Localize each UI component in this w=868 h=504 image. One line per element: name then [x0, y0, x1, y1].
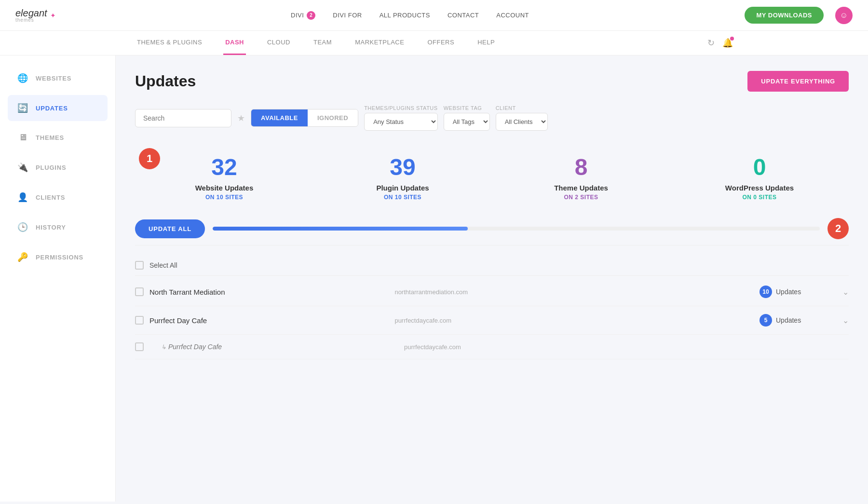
history-icon: 🕒	[17, 222, 28, 232]
table-row: North Tarrant Mediation northtarrantmedi…	[135, 278, 849, 306]
plugins-icon: 🔌	[17, 162, 28, 173]
tab-ignored[interactable]: IGNORED	[308, 109, 358, 126]
nav-divi[interactable]: DIVI 2	[291, 11, 315, 20]
stat-theme-updates: 8 Theme Updates ON 2 SITES	[492, 144, 670, 208]
updates-badge-1: 5	[760, 314, 772, 327]
updates-icon: 🔄	[17, 103, 28, 113]
client-filter: CLIENT All Clients	[496, 105, 548, 131]
row-checkbox-0[interactable]	[135, 287, 144, 296]
nav-divi-for[interactable]: DIVI FOR	[333, 12, 362, 19]
update-bar-row: UPDATE ALL 2	[135, 218, 849, 245]
tab-cloud[interactable]: CLOUD	[265, 31, 292, 55]
website-updates-label: Website Updates	[143, 184, 306, 192]
my-downloads-button[interactable]: MY DOWNLOADS	[745, 7, 824, 24]
notification-icon[interactable]: 🔔	[722, 38, 733, 48]
sidebar-label-themes: THEMES	[36, 134, 64, 141]
sidebar-item-plugins[interactable]: 🔌 PLUGINS	[8, 154, 108, 180]
progress-bar-track	[213, 227, 820, 231]
tab-dash[interactable]: DASH	[223, 31, 246, 55]
logo-name: elegant	[15, 8, 47, 18]
filters-bar: ★ AVAILABLE IGNORED THEMES/PLUGINS STATU…	[135, 105, 849, 131]
tab-offers[interactable]: OFFERS	[425, 31, 456, 55]
chevron-down-icon-1[interactable]: ⌄	[842, 316, 849, 325]
wordpress-updates-label: WordPress Updates	[678, 184, 841, 192]
avatar[interactable]: ☺	[835, 7, 853, 24]
client-select[interactable]: All Clients	[496, 113, 548, 131]
layout: 🌐 WEBSITES 🔄 UPDATES 🖥 THEMES 🔌 PLUGINS …	[0, 55, 868, 502]
permissions-icon: 🔑	[17, 252, 28, 262]
search-input[interactable]	[135, 109, 231, 127]
stat-website-updates: 1 32 Website Updates ON 10 SITES	[135, 144, 313, 208]
tab-available[interactable]: AVAILABLE	[251, 109, 308, 126]
sidebar-item-websites[interactable]: 🌐 WEBSITES	[8, 65, 108, 91]
sub-client-domain: purrfectdaycafe.com	[404, 343, 760, 351]
select-all-row: Select All	[135, 255, 849, 276]
sub-client-name: ↳ Purrfect Day Cafe	[149, 343, 398, 351]
website-tag-filter: WEBSITE TAG All Tags	[444, 105, 490, 131]
nav-all-products[interactable]: ALL PRODUCTS	[380, 12, 430, 19]
tab-help[interactable]: HELP	[475, 31, 497, 55]
themes-plugins-status-label: THEMES/PLUGINS STATUS	[364, 105, 438, 111]
sub-nav-right: ↻ 🔔	[707, 38, 733, 48]
select-all-checkbox[interactable]	[135, 261, 144, 270]
updates-text-0: Updates	[776, 288, 801, 296]
sidebar-label-websites: WEBSITES	[36, 75, 71, 82]
sidebar-item-updates[interactable]: 🔄 UPDATES	[8, 95, 108, 121]
theme-updates-number: 8	[500, 156, 663, 179]
refresh-icon[interactable]: ↻	[707, 38, 715, 48]
website-updates-number: 32	[143, 156, 306, 179]
wordpress-updates-number: 0	[678, 156, 841, 179]
client-domain-1: purrfectdaycafe.com	[394, 317, 754, 324]
update-everything-button[interactable]: UPDATE EVERYTHING	[747, 71, 849, 92]
client-name-0: North Tarrant Mediation	[149, 288, 389, 296]
themes-plugins-status-select[interactable]: Any Status	[364, 113, 438, 131]
website-tag-label: WEBSITE TAG	[444, 105, 490, 111]
updates-text-1: Updates	[776, 316, 801, 324]
plugin-updates-sub: ON 10 SITES	[321, 194, 484, 201]
row-checkbox-1[interactable]	[135, 316, 144, 325]
nav-account[interactable]: ACCOUNT	[496, 12, 529, 19]
table-row: ↳ Purrfect Day Cafe purrfectdaycafe.com	[135, 335, 849, 359]
stat-wordpress-updates: 0 WordPress Updates ON 0 SITES	[670, 144, 849, 208]
clients-icon: 👤	[17, 192, 28, 203]
sidebar-label-history: HISTORY	[36, 224, 66, 231]
main-content: Updates UPDATE EVERYTHING ★ AVAILABLE IG…	[116, 55, 868, 502]
nav-divi-label: DIVI	[291, 12, 304, 19]
sub-nav: THEMES & PLUGINS DASH CLOUD TEAM MARKETP…	[0, 31, 868, 55]
nav-contact[interactable]: CONTACT	[448, 12, 479, 19]
table-row: Purrfect Day Cafe purrfectdaycafe.com 5 …	[135, 306, 849, 335]
sidebar-item-clients[interactable]: 👤 CLIENTS	[8, 184, 108, 210]
sidebar-item-permissions[interactable]: 🔑 PERMISSIONS	[8, 244, 108, 270]
update-all-button[interactable]: UPDATE ALL	[135, 219, 205, 238]
sidebar-item-themes[interactable]: 🖥 THEMES	[8, 125, 108, 150]
client-list: North Tarrant Mediation northtarrantmedi…	[135, 278, 849, 359]
tab-themes-plugins[interactable]: THEMES & PLUGINS	[135, 31, 204, 55]
top-nav-links: DIVI 2 DIVI FOR ALL PRODUCTS CONTACT ACC…	[75, 11, 745, 20]
nav-divi-for-label: DIVI FOR	[333, 12, 362, 19]
nav-all-products-label: ALL PRODUCTS	[380, 12, 430, 19]
theme-updates-label: Theme Updates	[500, 184, 663, 192]
globe-icon: 🌐	[17, 73, 28, 83]
divi-badge: 2	[307, 11, 315, 20]
sub-row-checkbox[interactable]	[135, 342, 144, 351]
client-name-1: Purrfect Day Cafe	[149, 316, 389, 325]
sub-client-name-text: Purrfect Day Cafe	[168, 343, 222, 351]
sidebar-label-permissions: PERMISSIONS	[36, 254, 83, 261]
plugin-updates-number: 39	[321, 156, 484, 179]
progress-bar-fill	[213, 227, 468, 231]
star-filter-button[interactable]: ★	[237, 113, 245, 123]
themes-plugins-status-filter: THEMES/PLUGINS STATUS Any Status	[364, 105, 438, 131]
page-title: Updates	[135, 72, 196, 90]
tab-marketplace[interactable]: MARKETPLACE	[353, 31, 406, 55]
sidebar-label-plugins: PLUGINS	[36, 164, 66, 171]
website-tag-select[interactable]: All Tags	[444, 113, 490, 131]
chevron-down-icon-0[interactable]: ⌄	[842, 287, 849, 297]
notification-dot	[730, 37, 734, 41]
tab-team[interactable]: TEAM	[312, 31, 334, 55]
sub-arrow-icon: ↳	[161, 343, 166, 351]
logo: elegant themes ✦	[15, 8, 56, 23]
sidebar-item-history[interactable]: 🕒 HISTORY	[8, 214, 108, 240]
plugin-updates-label: Plugin Updates	[321, 184, 484, 192]
tab-group: AVAILABLE IGNORED	[251, 109, 358, 127]
step1-badge: 1	[139, 148, 160, 169]
